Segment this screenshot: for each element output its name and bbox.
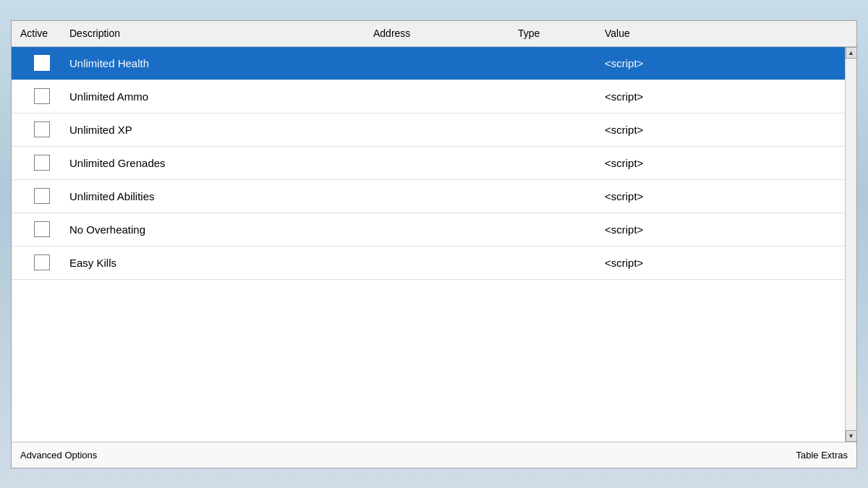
row-active-cell[interactable] [12,188,69,204]
checkbox[interactable] [34,121,50,137]
scroll-up-button[interactable]: ▲ [846,47,857,59]
scrollbar: ▲ ▼ [845,47,856,442]
row-value: <script> [605,90,856,103]
table-row[interactable]: Unlimited Ammo <script> [12,80,856,114]
checkbox[interactable] [34,188,50,204]
table-header: Active Description Address Type Value [12,21,856,47]
row-active-cell[interactable] [12,55,69,71]
table-row[interactable]: Unlimited Abilities <script> [12,180,856,213]
row-active-cell[interactable] [12,254,69,270]
row-active-cell[interactable] [12,155,69,171]
table-row[interactable]: Unlimited Grenades <script> [12,147,856,180]
row-description: Unlimited Ammo [69,90,373,103]
row-value: <script> [605,124,856,136]
advanced-options-label[interactable]: Advanced Options [20,450,97,461]
footer: Advanced Options Table Extras [12,442,856,468]
checkbox[interactable] [34,88,50,104]
header-value: Value [605,27,856,39]
checkbox[interactable] [34,254,50,270]
row-description: No Overheating [69,223,373,236]
table-row[interactable]: Easy Kills <script> [12,247,856,280]
row-active-cell[interactable] [12,121,69,137]
table-row[interactable]: Unlimited XP <script> [12,114,856,147]
header-type: Type [518,27,605,39]
row-description: Unlimited Grenades [69,157,373,169]
table-row[interactable]: Unlimited Health <script> [12,47,856,80]
checkbox[interactable] [34,221,50,237]
table-row[interactable]: No Overheating <script> [12,213,856,247]
row-description: Unlimited Abilities [69,190,373,202]
table-body: Unlimited Health <script> Unlimited Ammo… [12,47,856,442]
header-address: Address [373,27,518,39]
cheat-table-window: Active Description Address Type Value Un… [11,20,857,468]
row-active-cell[interactable] [12,221,69,237]
scroll-thumb[interactable] [846,59,856,430]
row-active-cell[interactable] [12,88,69,104]
row-description: Easy Kills [69,257,373,269]
row-value: <script> [605,57,856,69]
header-active: Active [12,27,69,39]
checkbox[interactable] [34,155,50,171]
table-extras-label[interactable]: Table Extras [796,450,848,461]
row-description: Unlimited Health [69,57,373,69]
row-value: <script> [605,157,856,169]
row-description: Unlimited XP [69,124,373,136]
row-value: <script> [605,223,856,236]
row-value: <script> [605,257,856,269]
scroll-down-button[interactable]: ▼ [846,430,857,442]
row-value: <script> [605,190,856,202]
checkbox[interactable] [34,55,50,71]
header-description: Description [69,27,373,39]
